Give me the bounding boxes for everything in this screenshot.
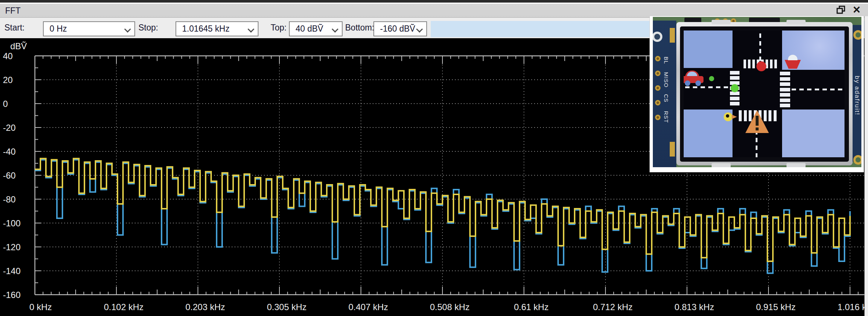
- road-dash: [815, 89, 819, 90]
- breakout-board-left: BL MISO CS RST: [653, 21, 676, 167]
- chevron-down-icon: [247, 26, 254, 32]
- x-tick-label: 0.61 kHz: [514, 302, 549, 312]
- crosswalk-stripe: [780, 77, 790, 81]
- fft-window: FFT ✕ Start: 0 Hz Stop: 1.01645 kHz Top:…: [0, 0, 868, 316]
- road-dash: [685, 86, 690, 88]
- bezel-tab: [786, 20, 806, 24]
- pin-label-rst: RST: [663, 111, 669, 123]
- y-tick-label: -160: [3, 290, 21, 300]
- crosswalk-stripe: [780, 93, 790, 97]
- y-tick-label: -80: [3, 194, 16, 204]
- crosswalk-stripe: [730, 76, 739, 80]
- x-tick-label: 0.915 kHz: [756, 302, 796, 312]
- title-bar: FFT ✕: [0, 0, 868, 18]
- crosswalk-stripe: [744, 60, 746, 68]
- restore-icon: [836, 6, 846, 14]
- crosswalk-stripe: [744, 110, 747, 121]
- grass-block-bottom-right: [782, 109, 845, 157]
- pcb-photo: BL MISO CS RST: [653, 17, 861, 167]
- crosswalk-stripe: [770, 60, 773, 68]
- bottom-combobox[interactable]: -160 dBṼ: [373, 21, 427, 36]
- road-dash: [724, 86, 728, 88]
- road-dash: [792, 89, 796, 90]
- x-tick-label: 0.508 kHz: [430, 302, 470, 312]
- crosswalk-stripe: [764, 110, 767, 121]
- bottom-value: -160 dBṼ: [380, 24, 415, 34]
- road-dash: [756, 138, 757, 142]
- road-dash: [759, 57, 761, 61]
- chevron-down-icon: [416, 26, 423, 32]
- y-tick-label: -120: [3, 242, 21, 252]
- grass-block-top-left: [684, 30, 733, 68]
- restore-window-button[interactable]: [836, 5, 847, 15]
- window-title: FFT: [5, 6, 21, 16]
- crosswalk-stripe: [780, 98, 790, 102]
- y-tick-label: -100: [3, 218, 21, 228]
- road-dash: [708, 86, 713, 88]
- x-tick-label: 0.407 kHz: [348, 302, 388, 312]
- bezel-tab: [712, 163, 731, 167]
- stop-combobox[interactable]: 1.01645 kHz: [176, 21, 258, 36]
- bottom-label: Bottom:: [345, 23, 374, 33]
- stop-label: Stop:: [138, 23, 158, 33]
- car-wheel: [695, 80, 701, 86]
- close-icon: ✕: [853, 5, 861, 15]
- crosswalk-stripe: [752, 60, 755, 68]
- crosswalk-stripe: [768, 110, 771, 121]
- y-tick-label: -60: [3, 170, 16, 180]
- x-tick-label: 0 kHz: [29, 302, 52, 312]
- stop-value: 1.01645 kHz: [182, 24, 229, 34]
- y-tick-label: -20: [3, 123, 16, 133]
- gold-trace: [670, 28, 675, 43]
- y-tick-label: -140: [3, 266, 21, 276]
- road-dash: [830, 89, 835, 90]
- large-green-dot: [731, 84, 739, 92]
- solder-pad: [655, 100, 661, 105]
- y-tick-label: 40: [3, 51, 13, 61]
- crosswalk-stripe: [749, 110, 752, 121]
- red-ball-icon: [756, 61, 766, 71]
- close-window-button[interactable]: ✕: [851, 5, 862, 15]
- chevron-down-icon: [332, 26, 338, 32]
- road-dash: [838, 89, 842, 90]
- pin-label-bl: BL: [663, 57, 669, 64]
- bezel-tab: [786, 163, 806, 167]
- road-dash: [759, 41, 761, 46]
- start-combobox[interactable]: 0 Hz: [43, 21, 135, 36]
- crosswalk-stripe: [748, 60, 751, 68]
- road-dash: [701, 86, 705, 88]
- crosswalk-stripe: [730, 97, 739, 100]
- y-tick-label: 0: [3, 99, 8, 109]
- crosswalk-stripe: [774, 60, 777, 68]
- road-dash: [759, 33, 761, 38]
- road-dash: [756, 146, 757, 150]
- top-value: 40 dBṼ: [296, 24, 323, 34]
- pin-label-cs: CS: [663, 94, 669, 103]
- warning-exclamation-bar: [756, 116, 759, 126]
- warning-exclamation-dot: [756, 128, 759, 130]
- road-dash: [716, 86, 720, 88]
- adafruit-silkscreen-text: by adafruit!: [853, 76, 861, 115]
- crosswalk-stripe: [739, 110, 742, 121]
- road-dash: [756, 153, 757, 157]
- top-label: Top:: [271, 23, 286, 33]
- x-tick-label: 0.203 kHz: [185, 302, 225, 312]
- road-dash: [693, 86, 697, 88]
- window-right-edge: [864, 16, 868, 316]
- x-tick-label: 0.305 kHz: [267, 302, 307, 312]
- top-combobox[interactable]: 40 dBṼ: [289, 21, 343, 36]
- crosswalk-stripe: [780, 88, 790, 91]
- y-axis-unit-label: dBṼ: [10, 41, 27, 51]
- road-dash: [799, 89, 804, 90]
- road-dash: [807, 89, 811, 90]
- x-tick-label: 0.712 kHz: [593, 302, 633, 312]
- bezel-tab: [712, 20, 731, 24]
- x-tick-label: 0.813 kHz: [674, 302, 714, 312]
- pin-label-miso: MISO: [663, 72, 669, 87]
- y-tick-label: 20: [3, 75, 13, 85]
- solder-pad: [655, 115, 661, 120]
- gold-mounting-hole: [853, 155, 861, 165]
- solder-pad: [655, 71, 661, 76]
- tft-screen: [684, 30, 845, 157]
- x-tick-label: 0.102 kHz: [104, 302, 144, 312]
